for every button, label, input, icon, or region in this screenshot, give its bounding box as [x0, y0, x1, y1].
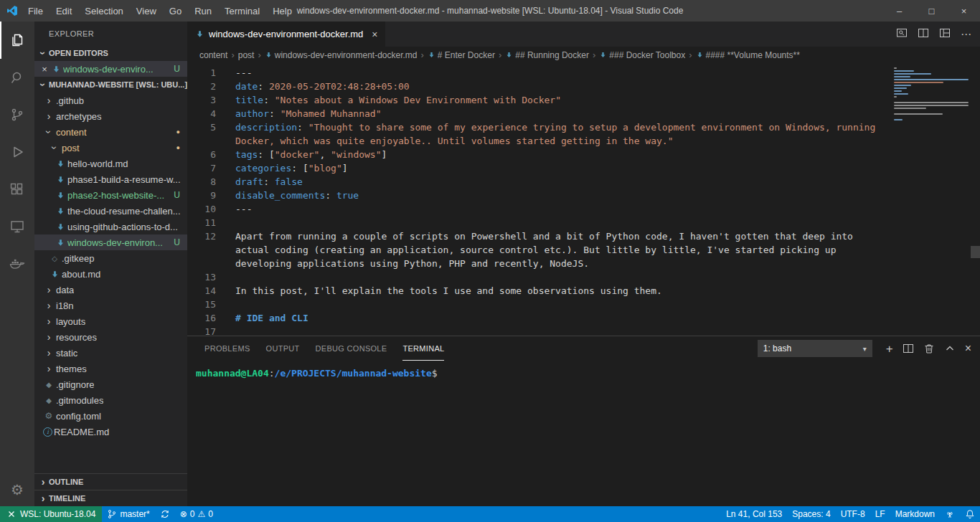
indentation[interactable]: Spaces: 4: [787, 506, 835, 522]
code-line-2[interactable]: 2date: 2020-05-20T02:48:28+05:00: [187, 80, 980, 93]
tree-item-gitignore[interactable]: ◆.gitignore: [34, 376, 187, 392]
feedback-button[interactable]: [940, 506, 960, 522]
menu-go[interactable]: Go: [163, 0, 188, 22]
cursor-position[interactable]: Ln 41, Col 153: [721, 506, 787, 522]
maximize-panel-icon[interactable]: [944, 343, 956, 354]
encoding[interactable]: UTF-8: [836, 506, 870, 522]
tree-item-windows-dev-environ[interactable]: windows-dev-environ...U: [34, 234, 187, 250]
minimap[interactable]: [894, 67, 970, 125]
split-editor-icon[interactable]: [918, 27, 929, 42]
tree-item-static[interactable]: ›static: [34, 345, 187, 361]
code-line-7[interactable]: 7categories: ["blog"]: [187, 161, 980, 175]
code-line-4[interactable]: 4author: "Mohamed Muhannad": [187, 107, 980, 120]
remote-explorer-icon[interactable]: [0, 208, 34, 245]
tree-item-the-cloud-resume-challen[interactable]: the-cloud-resume-challen...: [34, 203, 187, 219]
timeline-header[interactable]: › TIMELINE: [34, 490, 187, 506]
menu-help[interactable]: Help: [266, 0, 298, 22]
tree-item-hello-world-md[interactable]: hello-world.md: [34, 156, 187, 171]
editor[interactable]: 1---2date: 2020-05-20T02:48:28+05:003tit…: [187, 63, 980, 336]
new-terminal-icon[interactable]: +: [886, 343, 893, 355]
terminal[interactable]: muhannad@LA04:/e/PROJECTS/muhannad-websi…: [187, 361, 980, 506]
tab-close-icon[interactable]: ×: [372, 29, 377, 40]
scrollbar-thumb[interactable]: [971, 246, 980, 258]
tree-item-about-md[interactable]: about.md: [34, 266, 187, 282]
minimize-button[interactable]: –: [883, 0, 915, 22]
run-debug-icon[interactable]: [0, 133, 34, 171]
maximize-button[interactable]: □: [915, 0, 948, 22]
code-line-13[interactable]: 13: [187, 270, 980, 284]
extensions-icon[interactable]: [0, 171, 34, 208]
code-line-9[interactable]: 9disable_comments: true: [187, 189, 980, 202]
panel-tab-output[interactable]: OUTPUT: [266, 336, 300, 361]
breadcrumb-item-volume-mounts[interactable]: #### **Volume Mounts**: [696, 50, 800, 60]
tree-item-phase1-build-a-resume-w[interactable]: phase1-build-a-resume-w...: [34, 171, 187, 187]
menu-view[interactable]: View: [130, 0, 163, 22]
tree-item-layouts[interactable]: ›layouts: [34, 313, 187, 329]
notifications-button[interactable]: [960, 506, 980, 522]
tree-item-phase2-host-website[interactable]: phase2-host-website-...U: [34, 187, 187, 203]
eol[interactable]: LF: [870, 506, 890, 522]
tree-item-themes[interactable]: ›themes: [34, 361, 187, 376]
tree-item-readme-md[interactable]: iREADME.md: [34, 424, 187, 440]
code-line-6[interactable]: 6tags: ["docker", "windows"]: [187, 148, 980, 161]
code-line-17[interactable]: 17: [187, 325, 980, 336]
menu-selection[interactable]: Selection: [78, 0, 129, 22]
search-icon[interactable]: [0, 59, 34, 96]
tree-item-resources[interactable]: ›resources: [34, 329, 187, 345]
tree-item-config-toml[interactable]: ⚙config.toml: [34, 408, 187, 424]
git-branch[interactable]: master*: [102, 506, 154, 522]
code-line-5[interactable]: 5description: "Thought to share some of …: [187, 120, 980, 148]
code-line-12[interactable]: 12Apart from running a couple of scripts…: [187, 229, 980, 270]
breadcrumb-item-enter-docker[interactable]: # Enter Docker: [428, 50, 495, 60]
breadcrumb-item-content[interactable]: content: [199, 50, 227, 60]
tree-item-gitmodules[interactable]: ◆.gitmodules: [34, 392, 187, 408]
language-mode[interactable]: Markdown: [890, 506, 940, 522]
sync-button[interactable]: [155, 506, 175, 522]
code-line-3[interactable]: 3title: "Notes about a Windows Dev Envir…: [187, 93, 980, 107]
tree-item-data[interactable]: ›data: [34, 282, 187, 298]
split-terminal-icon[interactable]: [903, 343, 914, 354]
tree-item-github[interactable]: ›.github: [34, 92, 187, 108]
code-line-16[interactable]: 16# IDE and CLI: [187, 311, 980, 325]
kill-terminal-icon[interactable]: [923, 343, 935, 354]
toggle-layout-icon[interactable]: [939, 27, 951, 42]
tree-item-archetypes[interactable]: ›archetypes: [34, 108, 187, 124]
explorer-icon[interactable]: [0, 22, 34, 59]
open-editor-item[interactable]: × windows-dev-enviro... U: [34, 61, 187, 77]
folder-root-header[interactable]: › MUHANNAD-WEBSITE [WSL: UBU...]: [34, 77, 187, 92]
open-preview-icon[interactable]: [896, 27, 908, 42]
code-line-11[interactable]: 11: [187, 216, 980, 229]
code-line-14[interactable]: 14In this post, I'll explain the tools I…: [187, 284, 980, 298]
close-window-button[interactable]: ×: [948, 0, 980, 22]
problems-indicator[interactable]: ⊗ 0 ⚠ 0: [175, 506, 218, 522]
tree-item-content[interactable]: ›content●: [34, 124, 187, 140]
tree-item-post[interactable]: ›post●: [34, 140, 187, 156]
panel-tab-debug-console[interactable]: DEBUG CONSOLE: [316, 336, 387, 361]
remote-indicator[interactable]: WSL: Ubuntu-18.04: [0, 506, 102, 522]
code-line-10[interactable]: 10---: [187, 202, 980, 216]
close-editor-icon[interactable]: ×: [39, 64, 50, 75]
tree-item-i18n[interactable]: ›i18n: [34, 298, 187, 313]
open-editors-header[interactable]: › OPEN EDITORS: [34, 45, 187, 61]
terminal-shell-select[interactable]: 1: bash ▾: [758, 340, 872, 357]
panel-tab-terminal[interactable]: TERMINAL: [402, 336, 444, 361]
breadcrumb-item-post[interactable]: post: [238, 50, 255, 60]
breadcrumb-item-running-docker[interactable]: ## Running Docker: [505, 50, 589, 60]
tree-item-using-github-actions-to-d[interactable]: using-github-actions-to-d...: [34, 219, 187, 234]
tree-item-gitkeep[interactable]: ◇.gitkeep: [34, 250, 187, 266]
code-line-15[interactable]: 15: [187, 298, 980, 311]
code-line-1[interactable]: 1---: [187, 66, 980, 80]
menu-file[interactable]: File: [22, 0, 50, 22]
breadcrumb-item-docker-toolbox[interactable]: ### Docker Toolbox: [599, 50, 685, 60]
more-actions-icon[interactable]: ⋯: [961, 28, 971, 41]
settings-gear-icon[interactable]: ⚙: [0, 473, 34, 506]
menu-edit[interactable]: Edit: [50, 0, 78, 22]
tab-windows-dev-environment-docker-md[interactable]: windows-dev-environment-docker.md ×: [187, 22, 385, 47]
close-panel-icon[interactable]: ×: [965, 343, 971, 354]
code-line-8[interactable]: 8draft: false: [187, 175, 980, 189]
breadcrumb-item-windows-dev-environment-docker-md[interactable]: windows-dev-environment-docker.md: [265, 50, 418, 60]
menu-terminal[interactable]: Terminal: [218, 0, 266, 22]
menu-run[interactable]: Run: [188, 0, 218, 22]
docker-icon[interactable]: [0, 245, 34, 283]
outline-header[interactable]: › OUTLINE: [34, 473, 187, 490]
